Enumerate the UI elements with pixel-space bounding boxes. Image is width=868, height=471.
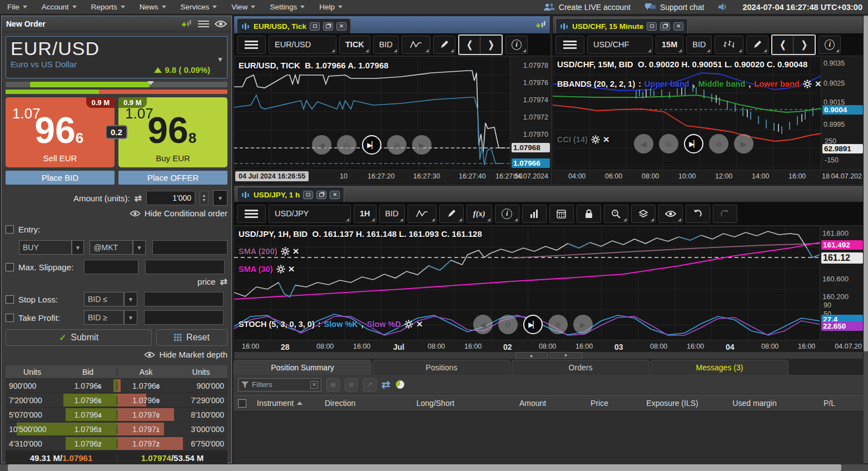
entry-type-dropdown-icon[interactable]: ▼ bbox=[133, 240, 146, 255]
minimize-button[interactable] bbox=[310, 22, 320, 31]
close-button[interactable]: ✕ bbox=[673, 22, 683, 31]
close-button[interactable]: ✕ bbox=[336, 22, 346, 31]
column-pl[interactable]: P/L bbox=[795, 399, 864, 408]
zoom-in-button[interactable]: ⊕ bbox=[387, 135, 406, 155]
close-all-button[interactable]: ⊗ bbox=[326, 378, 340, 391]
menu-services[interactable]: Services bbox=[173, 0, 225, 14]
horizontal-scrollbar[interactable] bbox=[0, 464, 868, 471]
menu-help[interactable]: Help bbox=[312, 0, 350, 14]
add-chart-icon[interactable] bbox=[181, 19, 192, 28]
minimize-button[interactable] bbox=[647, 22, 657, 31]
tab-messages[interactable]: Messages (3) bbox=[651, 360, 788, 375]
gear-icon[interactable] bbox=[803, 80, 812, 88]
tab-positions[interactable]: Positions bbox=[373, 360, 510, 375]
chart-menu-button[interactable] bbox=[555, 36, 584, 54]
reset-button[interactable]: Reset bbox=[156, 329, 227, 346]
remove-indicator-icon[interactable]: × bbox=[293, 246, 299, 256]
create-live-account-link[interactable]: Create LIVE account bbox=[544, 3, 631, 12]
menu-icon[interactable] bbox=[198, 21, 209, 28]
menu-account[interactable]: Account bbox=[34, 0, 84, 14]
prev-button[interactable]: ❬ bbox=[459, 36, 480, 54]
zoom-button[interactable] bbox=[604, 205, 628, 223]
stop-loss-checkbox[interactable] bbox=[6, 295, 14, 304]
info-button[interactable]: i bbox=[819, 36, 841, 54]
column-direction[interactable]: Direction bbox=[320, 399, 374, 408]
period-select[interactable]: 1H bbox=[354, 205, 376, 223]
entry-side-select[interactable]: BUY bbox=[19, 240, 72, 255]
chart-type-button[interactable] bbox=[715, 36, 743, 54]
tick-chart-plot[interactable]: EUR/USD, TICK B. 1.07966 A. 1.07968 ◀ ⊖ … bbox=[234, 56, 510, 170]
time-axis[interactable]: 04 Jul 2024 16:26:55 10 16:27:20 16:27:3… bbox=[234, 170, 550, 184]
menu-file[interactable]: File bbox=[0, 0, 34, 14]
chart-menu-button[interactable] bbox=[237, 205, 266, 223]
support-chat-link[interactable]: Support chat bbox=[645, 3, 704, 12]
side-select[interactable]: BID bbox=[373, 36, 399, 54]
scroll-left-button[interactable]: ◀ bbox=[634, 134, 653, 153]
expand-panel-button[interactable]: ▼ bbox=[550, 352, 582, 359]
go-to-end-button[interactable]: ▶▏ bbox=[684, 134, 703, 153]
next-button[interactable]: ❭ bbox=[480, 36, 502, 54]
stoch-panel-plot[interactable]: STOCH (5, 3, 0, 3, 0) : Slow %K, Slow %D… bbox=[234, 310, 820, 340]
instrument-select[interactable]: USD/CHF bbox=[587, 36, 653, 54]
candle-chart-plot[interactable]: USD/CHF, 15M, BID O. 0.90020 H. 0.90051 … bbox=[553, 56, 821, 170]
pie-icon[interactable] bbox=[395, 380, 405, 389]
gear-icon[interactable] bbox=[276, 265, 285, 274]
positions-table-body[interactable] bbox=[234, 411, 864, 464]
sell-quote-button[interactable]: 0.9 M 1.07 966 Sell EUR bbox=[6, 97, 115, 167]
info-button[interactable]: i bbox=[505, 36, 528, 54]
draw-button[interactable] bbox=[439, 205, 464, 223]
new-order-header[interactable]: New Order bbox=[2, 16, 231, 32]
take-profit-price-input[interactable] bbox=[144, 310, 224, 325]
next-button[interactable]: ❭ bbox=[793, 36, 815, 54]
column-instrument[interactable]: Instrument bbox=[252, 399, 320, 408]
swap-price-icon[interactable]: ⇄ bbox=[220, 276, 227, 287]
clear-filter-icon[interactable]: ✕ bbox=[310, 381, 318, 389]
tab-eurusd-tick[interactable]: EUR/USD, Tick ✕ bbox=[237, 18, 351, 33]
take-profit-checkbox[interactable] bbox=[6, 314, 14, 322]
themes-button[interactable] bbox=[631, 205, 656, 223]
menu-news[interactable]: News bbox=[132, 0, 173, 14]
depth-row[interactable]: 4'310'000 1.07962 1.07972 6'750'000 bbox=[6, 437, 227, 451]
depth-row[interactable]: 10'500'000 1.07963 1.07971 3'000'000 bbox=[6, 422, 227, 437]
go-to-end-button[interactable]: ▶▏ bbox=[523, 315, 543, 334]
vertical-scrollbar[interactable] bbox=[864, 16, 868, 463]
swap-columns-icon[interactable]: ⇄ bbox=[381, 378, 390, 391]
stop-loss-price-input[interactable] bbox=[144, 292, 224, 306]
tab-orders[interactable]: Orders bbox=[512, 360, 649, 375]
zoom-in-button[interactable]: ⊕ bbox=[548, 315, 568, 334]
volume-button[interactable] bbox=[522, 205, 547, 223]
remove-indicator-icon[interactable]: × bbox=[603, 134, 609, 145]
slippage-input[interactable] bbox=[84, 260, 138, 274]
take-profit-condition-select[interactable]: BID ≥ bbox=[84, 310, 124, 325]
column-long-short[interactable]: Long/Short bbox=[374, 399, 497, 408]
zoom-out-button[interactable]: ⊖ bbox=[659, 134, 678, 153]
depth-row[interactable]: 900'000 1.07966 1.07968 900'000 bbox=[6, 379, 227, 393]
hide-market-depth-toggle[interactable]: Hide Market depth bbox=[144, 350, 227, 359]
draw-button[interactable] bbox=[746, 36, 768, 54]
filters-input[interactable]: Filters ✕ bbox=[238, 378, 321, 391]
side-select[interactable]: BID bbox=[379, 205, 405, 223]
period-select[interactable]: TICK bbox=[339, 36, 370, 54]
side-select[interactable]: BID bbox=[686, 36, 712, 54]
eye-icon[interactable] bbox=[215, 20, 227, 28]
instrument-select[interactable]: USD/JPY bbox=[269, 205, 351, 223]
zoom-out-button[interactable]: ⊖ bbox=[337, 135, 356, 155]
menu-reports[interactable]: Reports bbox=[84, 0, 132, 14]
speaker-icon[interactable] bbox=[718, 3, 728, 11]
scroll-right-button[interactable]: ▶ bbox=[734, 134, 753, 153]
menu-view[interactable]: View bbox=[224, 0, 262, 14]
gear-icon[interactable] bbox=[404, 320, 413, 329]
price-axis[interactable]: 0.9035 0.9025 0.9015 0.9004 0.8995 250 6… bbox=[821, 56, 863, 170]
redo-button[interactable] bbox=[713, 205, 737, 223]
scroll-left-button[interactable]: ◀ bbox=[312, 135, 331, 155]
stop-loss-dropdown-icon[interactable]: ▼ bbox=[124, 292, 137, 306]
gear-icon[interactable] bbox=[281, 247, 290, 256]
lock-button[interactable] bbox=[577, 205, 601, 223]
undo-button[interactable] bbox=[686, 205, 710, 223]
restore-button[interactable] bbox=[316, 191, 326, 199]
buy-quote-button[interactable]: 0.9 M 1.07 968 Buy EUR bbox=[118, 97, 227, 167]
entry-price-input[interactable] bbox=[152, 240, 227, 255]
close-button[interactable]: ✕ bbox=[330, 191, 340, 199]
draw-button[interactable] bbox=[433, 36, 455, 54]
amount-input[interactable]: 1'000 bbox=[146, 191, 195, 205]
